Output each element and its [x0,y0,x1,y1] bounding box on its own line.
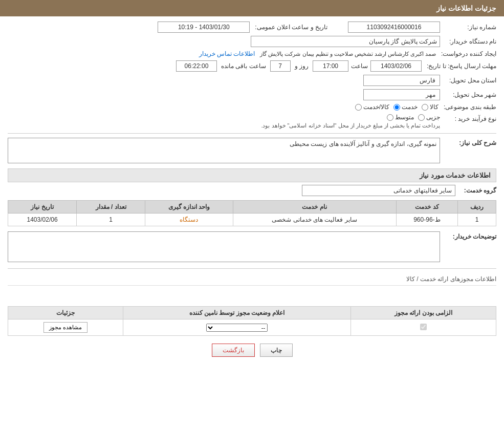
page-header: جزئیات اطلاعات نیاز [0,0,504,16]
row-creator: ایجاد کننده درخواست: صمد اکبری کارشناس ا… [8,50,496,57]
row-need-desc: شرح کلی نیاز: نمونه گیری، اندازه گیری و … [8,138,496,163]
table-cell-name: سایر فعالیت های خدماتی شخصی [233,214,396,226]
row-service-group: گروه خدمت: سایر فعالیتهای خدماتی [8,185,496,196]
days-label: روز و [295,62,309,70]
license-section-label: اطلاعات مجوزهای ارائه خدمت / کالا [8,273,496,286]
buyer-org-label: نام دستگاه خریدار: [440,38,496,45]
category-label: طبقه بندی موضوعی: [439,103,496,111]
need-desc-container: نمونه گیری، اندازه گیری و آنالیز آلاینده… [8,138,440,163]
purchase-jazii: جزیی [418,114,440,121]
main-form-section: شماره نیاز: 1103092416000016 تاریخ و ساع… [8,22,496,163]
category-kala-label: کالا [430,103,439,111]
view-license-button[interactable]: مشاهده مجوز [43,322,87,333]
service-group-label: گروه خدمت: [455,187,496,194]
buyer-org-value: شرکت پالایش گاز پارسیان [251,36,440,47]
city-value: مهر [363,89,440,100]
purchase-jazii-label: جزیی [426,114,440,121]
deadline-days: 7 [270,60,291,72]
city-label: شهر محل تحویل: [440,91,496,98]
buyer-desc-textarea[interactable] [8,231,440,262]
need-number-value: 1103092416000016 [348,22,440,33]
row-need-number: شماره نیاز: 1103092416000016 تاریخ و ساع… [8,22,496,33]
purchase-motavasset: متوسط [387,114,414,121]
creator-label: ایجاد کننده درخواست: [436,50,496,57]
license-status-select[interactable]: -- [206,324,268,332]
category-kk-label: کالا/خدمت [363,103,389,111]
back-button[interactable]: بازگشت [212,344,255,357]
row-purchase-type: نوع فرآیند خرید : جزیی متوسط پرداخت تمام… [8,114,496,129]
contact-link[interactable]: اطلاعات تماس خریدار [199,50,255,57]
separator-2 [8,268,496,269]
radio-kala[interactable] [422,104,428,111]
radio-motavasset[interactable] [387,114,393,121]
deadline-time: 17:00 [313,60,348,72]
col-unit-header: واحد اندازه گیری [145,201,233,214]
remaining-label: ساعت باقی مانده [221,62,266,70]
table-row: 1ط-96-960سایر فعالیت های خدماتی شخصیدستگ… [8,214,496,226]
table-cell-unit: دستگاه [145,214,233,226]
col-code-header: کد خدمت [396,201,458,214]
col-details-header: جزئیات [8,307,123,319]
col-name-header: نام خدمت [233,201,396,214]
category-radio-group: کالا خدمت کالا/خدمت [355,103,439,111]
table-cell-code: ط-96-960 [396,214,458,226]
need-desc-value: نمونه گیری، اندازه گیری و آنالیز آلاینده… [8,138,440,163]
deadline-date: 1403/02/06 [370,60,422,72]
button-row: چاپ بازگشت [8,336,496,365]
need-desc-label: شرح کلی نیاز: [440,138,496,146]
purchase-type-content: جزیی متوسط پرداخت تمام یا بخشی از مبلغ خ… [261,114,440,129]
page-title: جزئیات اطلاعات نیاز [436,4,496,12]
license-details-cell: مشاهده مجوز [8,319,123,336]
spacer [8,288,496,304]
services-table: ردیف کد خدمت نام خدمت واحد اندازه گیری ت… [8,200,496,226]
row-city: شهر محل تحویل: مهر [8,89,496,100]
table-cell-row: 1 [458,214,496,226]
category-khedmat-label: خدمت [402,103,418,111]
radio-kala-khedmat[interactable] [355,104,362,111]
province-label: استان محل تحویل: [440,77,496,84]
need-number-label: شماره نیاز: [440,24,496,31]
main-content: شماره نیاز: 1103092416000016 تاریخ و ساع… [0,16,504,370]
license-required-cell [351,319,496,336]
category-kala: کالا [422,103,439,111]
radio-khedmat[interactable] [393,104,400,111]
buyer-desc-container [8,231,440,262]
table-cell-date: 1403/02/06 [8,214,77,226]
buyer-desc-label: توضیحات خریدار: [440,231,496,240]
service-group-value: سایر فعالیتهای خدماتی [302,185,455,196]
license-table: الزامی بودن ارائه مجوز اعلام وضعیت مجوز … [8,306,496,336]
purchase-note: پرداخت تمام یا بخشی از مبلغ خریدار از مح… [261,122,440,129]
row-deadline: مهلت ارسال پاسخ: تا تاریخ: 1403/02/06 سا… [8,60,496,72]
row-buyer-desc: توضیحات خریدار: [8,231,496,262]
date-announce-value: 1403/01/30 - 10:19 [158,22,250,33]
services-header: اطلاعات خدمات مورد نیاز [8,168,496,182]
deadline-remaining: 06:22:00 [176,60,217,72]
expert-name: صمد اکبری کارشناس ارشد تشخیص صلاحیت و تن… [260,51,436,57]
col-date-header: تاریخ نیاز [8,201,77,214]
page-wrapper: جزئیات اطلاعات نیاز شماره نیاز: 11030924… [0,0,504,448]
time-label: ساعت [351,62,368,70]
date-announce-label: تاریخ و ساعت اعلان عمومی: [250,24,327,31]
table-cell-qty: 1 [77,214,145,226]
col-status-header: اعلام وضعیت مجوز توسط نامین کننده [123,307,351,319]
row-province: استان محل تحویل: فارس [8,75,496,86]
col-qty-header: تعداد / مقدار [77,201,145,214]
col-required-header: الزامی بودن ارائه مجوز [351,307,496,319]
print-button[interactable]: چاپ [260,344,293,357]
send-deadline-label: مهلت ارسال پاسخ: تا تاریخ: [422,62,496,70]
radio-jazii[interactable] [418,114,425,121]
category-kala-khedmat: کالا/خدمت [355,103,389,111]
col-row-header: ردیف [458,201,496,214]
purchase-motavasset-label: متوسط [395,114,414,121]
license-required-checkbox[interactable] [420,324,427,330]
row-buyer-org: نام دستگاه خریدار: شرکت پالایش گاز پارسی… [8,36,496,47]
province-value: فارس [363,75,440,86]
separator-1 [8,133,496,134]
category-khedmat: خدمت [393,103,418,111]
license-status-cell: -- [123,319,351,336]
purchase-type-label: نوع فرآیند خرید : [440,114,496,122]
row-category: طبقه بندی موضوعی: کالا خدمت کالا/خدمت [8,103,496,111]
purchase-radio-group: جزیی متوسط [261,114,440,121]
license-row: --مشاهده مجوز [8,319,496,336]
